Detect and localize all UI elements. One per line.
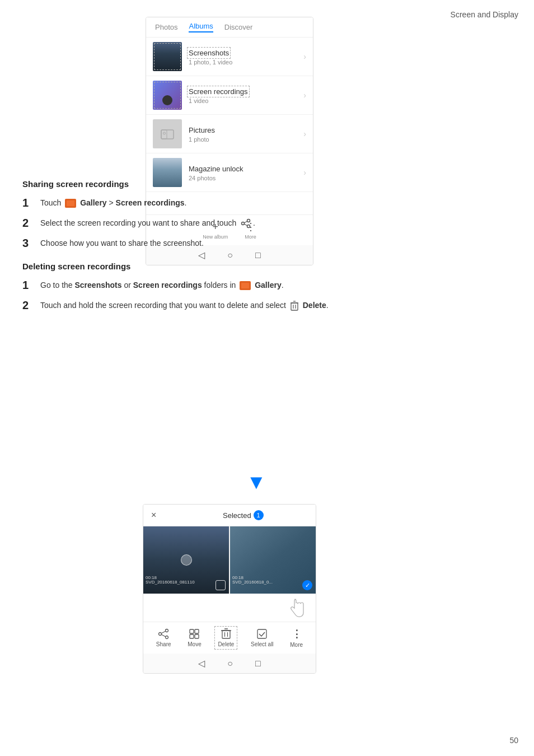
svg-rect-20 xyxy=(190,634,194,638)
svg-point-5 xyxy=(247,225,250,228)
album-info-recordings: Screen recordings 1 video xyxy=(189,86,303,104)
svg-rect-19 xyxy=(195,629,199,633)
recent-nav-bottom[interactable]: □ xyxy=(255,659,261,669)
svg-point-13 xyxy=(159,633,162,636)
album-count-screenshots: 1 photo, 1 video xyxy=(189,59,303,66)
album-count-recordings: 1 video xyxy=(189,97,303,104)
album-screen-recordings[interactable]: Screen recordings 1 video › xyxy=(146,76,313,115)
album-thumb-recordings xyxy=(153,81,182,110)
svg-line-17 xyxy=(161,634,166,637)
album-pictures[interactable]: Pictures 1 photo › xyxy=(146,115,313,153)
action-bar: Share Move Delete xyxy=(143,622,316,654)
hand-cursor-icon xyxy=(288,598,305,618)
selected-label: Selected xyxy=(223,511,251,520)
album-name-screenshots: Screenshots xyxy=(189,49,229,57)
svg-line-16 xyxy=(161,631,166,633)
album-name-recordings: Screen recordings xyxy=(189,87,248,96)
album-name-magazine: Magazine unlock xyxy=(189,165,243,173)
svg-line-7 xyxy=(244,224,247,226)
svg-rect-21 xyxy=(195,634,199,638)
tab-albums[interactable]: Albums xyxy=(189,22,213,32)
tab-discover[interactable]: Discover xyxy=(224,23,253,31)
chevron-magazine: › xyxy=(303,168,306,177)
close-button[interactable]: × xyxy=(151,510,156,520)
sharing-step-2: 2 Select the screen recording you want t… xyxy=(22,216,512,230)
action-select-all[interactable]: Select all xyxy=(251,628,274,647)
selected-count: 1 xyxy=(254,510,264,520)
back-nav-bottom[interactable]: ◁ xyxy=(198,658,205,669)
album-name-pictures: Pictures xyxy=(189,126,215,134)
chevron-screenshots: › xyxy=(303,52,306,61)
svg-rect-22 xyxy=(222,631,230,638)
album-info-screenshots: Screenshots 1 photo, 1 video xyxy=(189,48,303,66)
page-header: Screen and Display xyxy=(451,0,534,25)
filename-1: SVD_20160618_081110 xyxy=(146,580,195,585)
svg-point-4 xyxy=(247,220,250,222)
album-info-pictures: Pictures 1 photo xyxy=(189,125,303,143)
sharing-step-3: 3 Choose how you want to share the scree… xyxy=(22,236,512,250)
album-screenshots[interactable]: Screenshots 1 photo, 1 video › xyxy=(146,38,313,76)
sharing-section-title: Sharing screen recordings xyxy=(22,179,512,189)
photo-cell-1[interactable]: 00:18 SVD_20160618_081110 xyxy=(143,526,229,594)
svg-rect-27 xyxy=(257,629,266,638)
svg-point-3 xyxy=(242,222,245,225)
action-delete[interactable]: Delete xyxy=(218,628,234,647)
checkmark-2[interactable]: ✓ xyxy=(302,580,312,590)
deleting-section-title: Deleting screen recordings xyxy=(22,262,512,271)
action-more[interactable]: ⋮ More xyxy=(290,628,303,648)
photo-grid: 00:18 SVD_20160618_081110 00:18 SVD_2016… xyxy=(143,526,316,594)
album-count-pictures: 1 photo xyxy=(189,136,303,143)
album-thumb-screenshots xyxy=(153,42,182,71)
header-title: Screen and Display xyxy=(451,10,518,19)
play-dot-1 xyxy=(181,554,192,566)
svg-rect-8 xyxy=(291,303,298,310)
main-content: Sharing screen recordings 1 Touch Galler… xyxy=(22,179,512,318)
deleting-step-2: 2 Touch and hold the screen recording th… xyxy=(22,298,512,312)
photo-cell-2[interactable]: 00:18 SVD_20160618_0... ✓ xyxy=(230,526,316,594)
filename-2: SVD_20160618_0... xyxy=(232,580,273,585)
album-thumb-pictures xyxy=(153,119,182,148)
svg-point-15 xyxy=(166,636,168,639)
page-number: 50 xyxy=(509,736,518,745)
svg-rect-0 xyxy=(161,130,174,139)
sharing-step-1: 1 Touch Gallery > Screen recordings. xyxy=(22,195,512,210)
selected-badge: Selected 1 xyxy=(223,510,264,520)
album-list: Screenshots 1 photo, 1 video › Screen re… xyxy=(146,38,313,192)
photo-tabs: Photos Albums Discover xyxy=(146,17,313,38)
action-share[interactable]: Share xyxy=(156,628,171,647)
tab-photos[interactable]: Photos xyxy=(155,23,177,31)
svg-line-6 xyxy=(244,221,247,223)
check-1[interactable] xyxy=(216,580,226,590)
svg-point-2 xyxy=(163,132,166,134)
action-move[interactable]: Move xyxy=(188,628,201,647)
chevron-pictures: › xyxy=(303,129,306,138)
arrow-down-icon: ▼ xyxy=(246,470,266,494)
phone-bottom-mockup: × Selected 1 00:18 SVD_20160618_081110 0… xyxy=(143,504,316,674)
svg-rect-18 xyxy=(190,629,194,633)
nav-bar-bottom: ◁ ○ □ xyxy=(143,654,316,673)
chevron-recordings: › xyxy=(303,91,306,100)
svg-point-14 xyxy=(166,629,168,632)
home-nav-bottom[interactable]: ○ xyxy=(227,659,233,669)
selection-header: × Selected 1 xyxy=(143,505,316,526)
deleting-step-1: 1 Go to the Screenshots or Screen record… xyxy=(22,278,512,292)
